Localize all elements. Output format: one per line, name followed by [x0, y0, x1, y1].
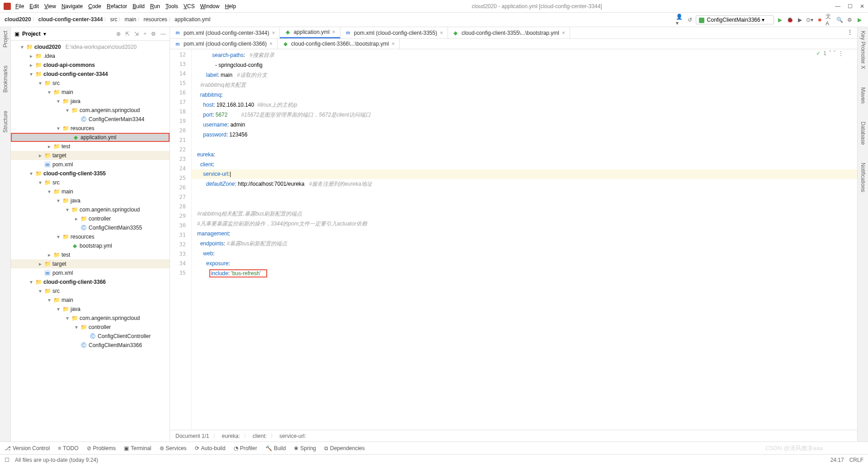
tree-row[interactable]: ▸📁cloud-api-commons — [11, 61, 170, 70]
close-tab-icon[interactable]: × — [392, 41, 395, 47]
project-tree[interactable]: ▾📁cloud2020E:\idea-workspace\cloud2020▸📁… — [11, 41, 170, 442]
tool-dependencies[interactable]: ⧉Dependencies — [324, 445, 365, 451]
run-play-icon[interactable]: ▶ — [855, 16, 863, 24]
rail-bookmarks[interactable]: Bookmarks — [2, 66, 9, 93]
tree-row[interactable]: ▾📁cloud2020E:\idea-workspace\cloud2020 — [11, 42, 170, 52]
rail-notifications[interactable]: Notifications — [860, 163, 866, 192]
tree-row[interactable]: ▾📁resources — [11, 232, 170, 241]
menu-view[interactable]: View — [42, 2, 59, 10]
user-dropdown-icon[interactable]: 👤▾ — [676, 16, 684, 24]
tree-row[interactable]: ▾📁com.angenin.springcloud — [11, 314, 170, 323]
run-icon[interactable]: ▶ — [776, 16, 784, 24]
breadcrumb-item[interactable]: resources — [143, 16, 167, 23]
editor-tab[interactable]: ◆application.yml× — [280, 27, 340, 38]
close-tab-icon[interactable]: × — [440, 30, 443, 36]
tree-row[interactable]: ▾📁com.angenin.springcloud — [11, 205, 170, 214]
tree-row[interactable]: ▾📁main — [11, 187, 170, 196]
stop-icon[interactable]: ■ — [816, 16, 824, 24]
tool-profiler[interactable]: ◔Profiler — [234, 445, 257, 451]
tree-row[interactable]: mpom.xml — [11, 160, 170, 169]
tree-row[interactable]: ▾📁com.angenin.springcloud — [11, 106, 170, 115]
collapse-icon[interactable]: ⇱ — [125, 31, 130, 37]
close-tab-icon[interactable]: × — [269, 41, 273, 47]
editor-tab[interactable]: ◆cloud-config-client-3355\...\bootstrap.… — [448, 27, 570, 38]
tree-row[interactable]: ▾📁resources — [11, 124, 170, 133]
menu-run[interactable]: Run — [147, 2, 163, 10]
more-tabs-icon[interactable]: ⋮ — [843, 27, 857, 38]
tool-problems[interactable]: ⊘Problems — [87, 445, 116, 451]
rail-keypromoter[interactable]: Key Promoter X — [860, 31, 866, 69]
editor-crumb-item[interactable]: eureka: — [222, 433, 240, 439]
tool-version-control[interactable]: ⎇Version Control — [5, 445, 50, 451]
editor-tab[interactable]: mpom.xml (cloud-config-client-3355)× — [340, 27, 448, 38]
menu-edit[interactable]: Edit — [27, 2, 42, 10]
tree-row[interactable]: ⒸConfigCenterMain3344 — [11, 115, 170, 124]
gear-icon[interactable]: ⚙ — [151, 31, 156, 37]
search-icon[interactable]: 🔍 — [835, 16, 844, 24]
editor-tab[interactable]: mpom.xml (cloud-config-center-3344)× — [170, 27, 280, 38]
menu-tools[interactable]: Tools — [163, 2, 181, 10]
rail-project[interactable]: Project — [2, 31, 9, 47]
breadcrumb-item[interactable]: cloud-config-center-3344 — [38, 16, 103, 23]
inspection-widget[interactable]: ✓ ✓ 11 ˆ ˇ ⋮ — [816, 50, 844, 56]
tool-build[interactable]: 🔨Build — [265, 445, 286, 451]
menu-build[interactable]: Build — [130, 2, 147, 10]
editor-crumb-item[interactable]: client: — [253, 433, 267, 439]
tree-row[interactable]: ▾📁cloud-config-client-3355 — [11, 169, 170, 178]
profile-icon[interactable]: ⊙▾ — [806, 16, 814, 24]
breadcrumb-item[interactable]: application.yml — [175, 16, 210, 23]
editor-crumb-item[interactable]: Document 1/1 — [175, 433, 209, 439]
tree-row[interactable]: ▸📁test — [11, 250, 170, 259]
tree-row[interactable]: ▾📁main — [11, 88, 170, 97]
tree-row[interactable]: ▸📁.idea — [11, 52, 170, 61]
tree-row[interactable]: ▾📁controller — [11, 323, 170, 332]
coverage-icon[interactable]: ▶ — [796, 16, 804, 24]
breadcrumb-item[interactable]: cloud2020 — [5, 16, 31, 23]
tree-row[interactable]: ⒸConfigClientController — [11, 332, 170, 341]
chevron-down-icon[interactable]: ▾ — [43, 31, 46, 37]
tree-row[interactable]: ▸📁test — [11, 142, 170, 151]
tree-row[interactable]: ◆bootstrap.yml — [11, 241, 170, 250]
maximize-icon[interactable]: ☐ — [848, 3, 853, 9]
menu-refactor[interactable]: Refactor — [104, 2, 130, 10]
debug-icon[interactable]: 🐞 — [786, 16, 794, 24]
minimize-icon[interactable]: — — [835, 3, 840, 9]
code-editor[interactable]: 1213141516171819202122232425262728293031… — [170, 49, 857, 430]
tree-row[interactable]: ⒸConfigClientMain3366 — [11, 341, 170, 350]
minimize-panel-icon[interactable]: — — [160, 31, 166, 37]
menu-window[interactable]: Window — [198, 2, 222, 10]
rail-structure[interactable]: Structure — [2, 111, 9, 133]
tool-terminal[interactable]: ▣Terminal — [124, 445, 151, 451]
menu-vcs[interactable]: VCS — [181, 2, 198, 10]
tree-row[interactable]: ▾📁java — [11, 196, 170, 205]
breadcrumb-item[interactable]: main — [124, 16, 136, 23]
tool-auto-build[interactable]: ⟳Auto-build — [195, 445, 226, 451]
tree-row[interactable]: ▾📁src — [11, 79, 170, 88]
more-icon[interactable]: ⋮ — [838, 50, 844, 56]
rail-maven[interactable]: Maven — [860, 87, 866, 103]
tree-row[interactable]: ▾📁cloud-config-center-3344 — [11, 70, 170, 79]
menu-code[interactable]: Code — [85, 2, 104, 10]
tool-spring[interactable]: ❀Spring — [294, 445, 316, 451]
close-tab-icon[interactable]: × — [562, 30, 565, 36]
tree-row[interactable]: ▾📁main — [11, 296, 170, 305]
tree-row[interactable]: ▾📁src — [11, 178, 170, 187]
menu-navigate[interactable]: Navigate — [59, 2, 85, 10]
tool-todo[interactable]: ≡TODO — [58, 445, 78, 451]
tree-row[interactable]: ▾📁java — [11, 97, 170, 106]
editor-tab[interactable]: ◆cloud-config-client-3366\...\bootstrap.… — [278, 39, 400, 49]
tree-row[interactable]: ◆application.yml — [11, 133, 170, 142]
menu-help[interactable]: Help — [222, 2, 239, 10]
chevron-up-icon[interactable]: ˆ — [829, 50, 831, 56]
tool-services[interactable]: ⊚Services — [160, 445, 187, 451]
expand-icon[interactable]: ⇲ — [134, 31, 139, 37]
code-content[interactable]: search-paths: #搜索目录 - springcloud-config… — [192, 49, 857, 430]
tree-row[interactable]: ▾📁src — [11, 287, 170, 296]
settings-icon[interactable]: ⚙ — [845, 16, 854, 24]
tree-row[interactable]: ▾📁cloud-config-client-3366 — [11, 277, 170, 287]
rail-database[interactable]: Database — [860, 122, 866, 145]
menu-file[interactable]: File — [13, 2, 27, 10]
tree-row[interactable]: ▾📁java — [11, 305, 170, 314]
chevron-down-icon[interactable]: ˇ — [834, 50, 835, 56]
filter-icon[interactable]: ÷ — [143, 31, 146, 37]
